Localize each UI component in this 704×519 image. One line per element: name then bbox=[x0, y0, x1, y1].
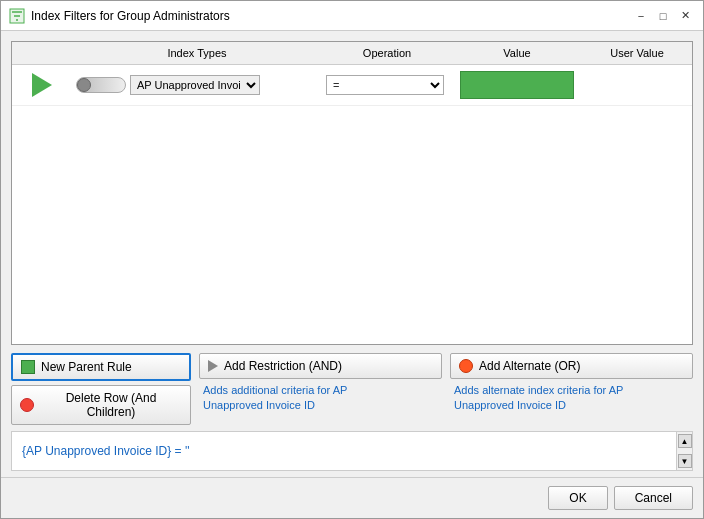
operation-select[interactable]: = bbox=[326, 75, 444, 95]
restriction-section: Add Restriction (AND) Adds additional cr… bbox=[199, 353, 442, 425]
col-header-user-value: User Value bbox=[582, 45, 692, 61]
delete-row-label: Delete Row (And Children) bbox=[40, 391, 182, 419]
minimize-button[interactable]: − bbox=[631, 6, 651, 26]
formula-scrollbar[interactable]: ▲ ▼ bbox=[676, 432, 692, 470]
new-parent-icon bbox=[21, 360, 35, 374]
left-buttons: New Parent Rule Delete Row (And Children… bbox=[11, 353, 191, 425]
col-header-arrow bbox=[12, 45, 72, 61]
close-button[interactable]: ✕ bbox=[675, 6, 695, 26]
toggle-track[interactable] bbox=[76, 77, 126, 93]
table-row: AP Unapproved Invoice ... = bbox=[12, 65, 692, 106]
value-green-box[interactable] bbox=[460, 71, 574, 99]
main-content: Index Types Operation Value User Value bbox=[1, 31, 703, 477]
ok-button[interactable]: OK bbox=[548, 486, 607, 510]
new-parent-label: New Parent Rule bbox=[41, 360, 132, 374]
add-alternate-label: Add Alternate (OR) bbox=[479, 359, 580, 373]
alternate-description: Adds alternate index criteria for AP Una… bbox=[450, 381, 693, 416]
right-arrow-icon bbox=[32, 73, 52, 97]
add-restriction-button[interactable]: Add Restriction (AND) bbox=[199, 353, 442, 379]
restriction-play-icon bbox=[208, 360, 218, 372]
title-bar: Index Filters for Group Administrators −… bbox=[1, 1, 703, 31]
alternate-circle-icon bbox=[459, 359, 473, 373]
delete-row-button[interactable]: Delete Row (And Children) bbox=[11, 385, 191, 425]
row-toggle[interactable]: AP Unapproved Invoice ... bbox=[72, 75, 322, 95]
index-type-select[interactable]: AP Unapproved Invoice ... bbox=[130, 75, 260, 95]
maximize-button[interactable]: □ bbox=[653, 6, 673, 26]
restriction-description: Adds additional criteria for AP Unapprov… bbox=[199, 381, 442, 416]
title-bar-left: Index Filters for Group Administrators bbox=[9, 8, 230, 24]
window-icon bbox=[9, 8, 25, 24]
col-header-value: Value bbox=[452, 45, 582, 61]
add-restriction-label: Add Restriction (AND) bbox=[224, 359, 342, 373]
row-arrow bbox=[12, 73, 72, 97]
formula-area: {AP Unapproved Invoice ID} = '' ▲ ▼ bbox=[11, 431, 693, 471]
alternate-section: Add Alternate (OR) Adds alternate index … bbox=[450, 353, 693, 425]
toggle-thumb bbox=[77, 78, 91, 92]
delete-icon bbox=[20, 398, 34, 412]
title-bar-controls: − □ ✕ bbox=[631, 6, 695, 26]
cancel-button[interactable]: Cancel bbox=[614, 486, 693, 510]
col-header-operation: Operation bbox=[322, 45, 452, 61]
window-title: Index Filters for Group Administrators bbox=[31, 9, 230, 23]
table-area: Index Types Operation Value User Value bbox=[11, 41, 693, 345]
bottom-bar: OK Cancel bbox=[1, 477, 703, 518]
add-alternate-button[interactable]: Add Alternate (OR) bbox=[450, 353, 693, 379]
col-header-index-types: Index Types bbox=[72, 45, 322, 61]
operation-cell[interactable]: = bbox=[326, 75, 448, 95]
scroll-up-button[interactable]: ▲ bbox=[678, 434, 692, 448]
middle-section: New Parent Rule Delete Row (And Children… bbox=[11, 353, 693, 425]
main-window: Index Filters for Group Administrators −… bbox=[0, 0, 704, 519]
new-parent-rule-button[interactable]: New Parent Rule bbox=[11, 353, 191, 381]
formula-text: {AP Unapproved Invoice ID} = '' bbox=[22, 444, 189, 458]
scroll-down-button[interactable]: ▼ bbox=[678, 454, 692, 468]
table-header: Index Types Operation Value User Value bbox=[12, 42, 692, 65]
